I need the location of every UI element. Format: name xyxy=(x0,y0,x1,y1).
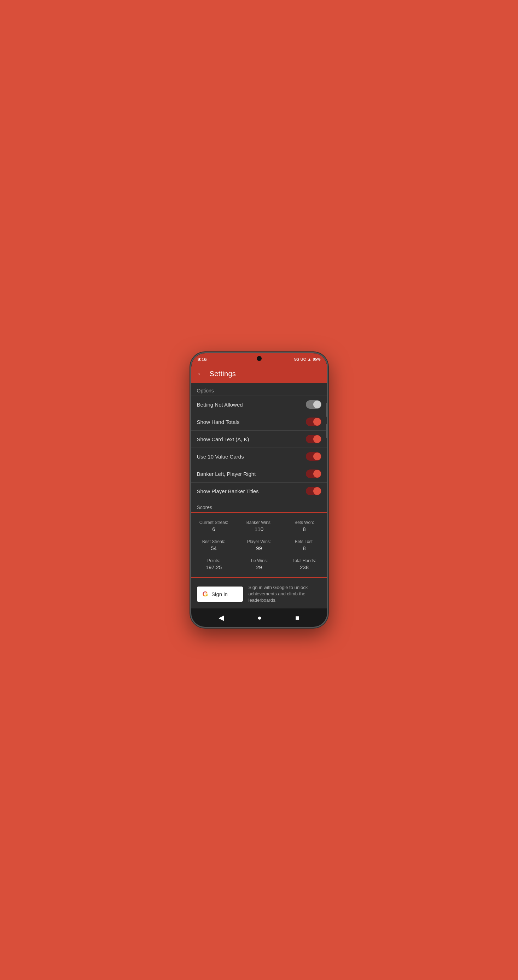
google-icon: G xyxy=(202,590,208,598)
status-icons: 5G UC ▲ 85% xyxy=(294,357,321,361)
nav-home-button[interactable]: ● xyxy=(257,614,261,622)
scores-grid-container: Current Streak: 6 Banker Wins: 110 Bets … xyxy=(191,512,327,578)
page-title: Settings xyxy=(210,370,236,378)
nav-recent-button[interactable]: ■ xyxy=(295,614,300,622)
options-section-header: Options xyxy=(191,383,327,396)
option-label-10-value: Use 10 Value Cards xyxy=(197,453,244,460)
network-label: 5G UC xyxy=(294,357,306,361)
signin-button-label: Sign in xyxy=(212,591,228,597)
toggle-thumb-banker-left xyxy=(313,470,321,477)
toggle-banker-left[interactable] xyxy=(306,469,321,478)
score-value-bets-lost: 8 xyxy=(283,545,326,551)
toggle-thumb-player-titles xyxy=(313,487,321,495)
score-value-player-wins: 99 xyxy=(238,545,281,551)
toggle-thumb-10-value xyxy=(313,452,321,460)
option-label-player-titles: Show Player Banker Titles xyxy=(197,488,259,494)
app-bar: ← Settings xyxy=(191,364,327,383)
signin-description: Sign in with Google to unlock achievemen… xyxy=(249,584,321,604)
score-label-points: Points: xyxy=(193,558,235,563)
option-label-hand-totals: Show Hand Totals xyxy=(197,419,240,425)
score-value-banker-wins: 110 xyxy=(238,526,281,532)
score-bets-lost: Bets Lost: 8 xyxy=(282,536,327,555)
score-tie-wins: Tie Wins: 29 xyxy=(237,555,282,574)
score-label-player-wins: Player Wins: xyxy=(238,539,281,544)
score-player-wins: Player Wins: 99 xyxy=(237,536,282,555)
score-label-total-hands: Total Hands: xyxy=(283,558,326,563)
score-total-hands: Total Hands: 238 xyxy=(282,555,327,574)
option-show-player-titles: Show Player Banker Titles xyxy=(191,482,327,500)
side-button-bottom xyxy=(326,424,328,438)
back-button[interactable]: ← xyxy=(197,369,205,378)
option-show-hand-totals: Show Hand Totals xyxy=(191,413,327,430)
score-value-current-streak: 6 xyxy=(193,526,235,532)
score-label-banker-wins: Banker Wins: xyxy=(238,520,281,525)
side-button-top xyxy=(326,402,328,417)
bottom-nav: ◀ ● ■ xyxy=(191,608,327,627)
status-time: 9:16 xyxy=(198,357,207,362)
score-bets-won: Bets Won: 8 xyxy=(282,517,327,536)
phone-frame: 9:16 5G UC ▲ 85% ← Settings Options Bett… xyxy=(190,352,328,628)
camera-notch xyxy=(257,356,261,361)
option-use-10-value: Use 10 Value Cards xyxy=(191,447,327,465)
toggle-thumb-betting xyxy=(313,401,321,408)
google-signin-button[interactable]: G Sign in xyxy=(197,587,243,602)
toggle-hand-totals[interactable] xyxy=(306,417,321,426)
score-label-bets-won: Bets Won: xyxy=(283,520,326,525)
score-value-total-hands: 238 xyxy=(283,564,326,570)
signin-section: G Sign in Sign in with Google to unlock … xyxy=(191,578,327,608)
option-betting-not-allowed: Betting Not Allowed xyxy=(191,396,327,413)
score-value-best-streak: 54 xyxy=(193,545,235,551)
toggle-betting[interactable] xyxy=(306,400,321,409)
score-value-points: 197.25 xyxy=(193,564,235,570)
toggle-thumb-hand-totals xyxy=(313,418,321,426)
option-label-banker-left: Banker Left, Player Right xyxy=(197,471,256,477)
battery-label: 85% xyxy=(312,357,320,361)
toggle-card-text[interactable] xyxy=(306,435,321,443)
score-label-best-streak: Best Streak: xyxy=(193,539,235,544)
options-section: Options Betting Not Allowed Show Hand To… xyxy=(191,383,327,500)
score-best-streak: Best Streak: 54 xyxy=(191,536,237,555)
score-value-bets-won: 8 xyxy=(283,526,326,532)
option-label-card-text: Show Card Text (A, K) xyxy=(197,436,249,442)
score-value-tie-wins: 29 xyxy=(238,564,281,570)
score-label-tie-wins: Tie Wins: xyxy=(238,558,281,563)
signal-icon: ▲ xyxy=(308,357,311,361)
scroll-content: Options Betting Not Allowed Show Hand To… xyxy=(191,383,327,608)
nav-back-button[interactable]: ◀ xyxy=(218,613,224,622)
scores-grid: Current Streak: 6 Banker Wins: 110 Bets … xyxy=(191,517,327,574)
toggle-10-value[interactable] xyxy=(306,452,321,461)
option-label-betting: Betting Not Allowed xyxy=(197,402,243,407)
score-banker-wins: Banker Wins: 110 xyxy=(237,517,282,536)
option-show-card-text: Show Card Text (A, K) xyxy=(191,430,327,447)
scores-section-header: Scores xyxy=(191,500,327,512)
score-label-current-streak: Current Streak: xyxy=(193,520,235,525)
toggle-player-titles[interactable] xyxy=(306,487,321,495)
option-banker-left: Banker Left, Player Right xyxy=(191,465,327,482)
scores-section: Scores Current Streak: 6 Banker Wins: 11… xyxy=(191,500,327,578)
phone-screen: 9:16 5G UC ▲ 85% ← Settings Options Bett… xyxy=(191,353,327,627)
toggle-thumb-card-text xyxy=(313,435,321,443)
score-label-bets-lost: Bets Lost: xyxy=(283,539,326,544)
score-points: Points: 197.25 xyxy=(191,555,237,574)
score-current-streak: Current Streak: 6 xyxy=(191,517,237,536)
